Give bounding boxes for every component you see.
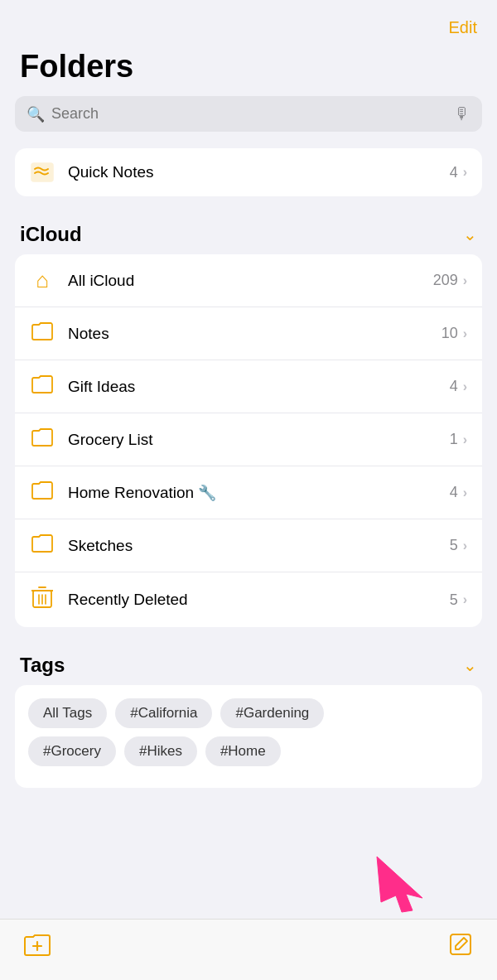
tag-home[interactable]: #Home [205,736,281,766]
folder-chevron: › [463,432,467,447]
page-title: Folders [0,46,497,96]
folder-chevron: › [463,326,467,341]
quick-notes-count: 4 [450,164,458,181]
folder-row[interactable]: Grocery List 1 › [15,413,482,466]
tag-grocery[interactable]: #Grocery [28,736,116,766]
search-bar[interactable]: 🔍 🎙 [15,96,482,132]
folder-row[interactable]: ⌂ All iCloud 209 › [15,254,482,307]
arrow-overlay [364,844,447,930]
folder-chevron: › [463,273,467,288]
search-icon: 🔍 [27,107,45,122]
icloud-section-header: iCloud ⌄ [0,216,497,254]
tag-hikes[interactable]: #Hikes [124,736,197,766]
folder-icon: ⌂ [30,268,55,293]
svg-rect-7 [451,934,470,954]
folder-row[interactable]: Gift Ideas 4 › [15,360,482,413]
search-input[interactable] [51,105,447,123]
tags-card: All Tags #California #Gardening #Grocery… [15,685,482,788]
quick-notes-row[interactable]: Quick Notes 4 › [15,148,482,196]
folder-icon [30,374,55,399]
folder-label: Home Renovation 🔧 [68,484,450,502]
tags-section: Tags ⌄ All Tags #California #Gardening #… [15,647,482,788]
tags-section-header: Tags ⌄ [15,647,482,685]
quick-notes-chevron: › [463,165,467,180]
bottom-toolbar [0,919,497,980]
folder-label: Sketches [68,537,450,555]
folder-row[interactable]: Home Renovation 🔧 4 › [15,466,482,519]
folder-count: 4 [450,484,458,501]
tags-row-2: #Grocery #Hikes #Home [28,736,469,766]
tag-gardening[interactable]: #Gardening [220,698,324,728]
icloud-chevron-down-icon[interactable]: ⌄ [463,224,477,244]
folder-label: Grocery List [68,431,450,449]
edit-button[interactable]: Edit [449,15,477,41]
quick-notes-label: Quick Notes [68,163,450,181]
folder-label: Gift Ideas [68,378,450,396]
folder-label: Notes [68,325,442,343]
new-folder-button[interactable] [23,932,51,963]
folder-count: 5 [450,537,458,554]
tag-all[interactable]: All Tags [28,698,107,728]
folder-icon [30,321,55,346]
folder-count: 4 [450,378,458,395]
folder-label: All iCloud [68,272,433,290]
tag-california[interactable]: #California [115,698,212,728]
icloud-folders-card: ⌂ All iCloud 209 › Notes 10 › Gift Ideas… [15,254,482,627]
folder-count: 10 [442,325,458,342]
top-bar: Edit [0,0,497,46]
tags-chevron-down-icon[interactable]: ⌄ [463,655,477,675]
microphone-icon[interactable]: 🎙 [454,104,470,123]
folder-chevron: › [463,379,467,394]
quick-note-icon [30,162,55,183]
quick-notes-card: Quick Notes 4 › [15,148,482,196]
tags-section-title: Tags [20,654,65,677]
folder-row[interactable]: Notes 10 › [15,307,482,360]
icloud-section-title: iCloud [20,223,82,246]
folder-count: 1 [450,431,458,448]
folder-row[interactable]: Sketches 5 › [15,519,482,572]
folder-chevron: › [463,485,467,500]
tags-row-1: All Tags #California #Gardening [28,698,469,728]
recently-deleted-count: 5 [450,591,458,609]
folder-icon [30,427,55,452]
recently-deleted-row[interactable]: Recently Deleted 5 › [15,572,482,627]
folder-icon [30,480,55,505]
compose-button[interactable] [447,931,474,963]
folder-icon [30,533,55,558]
recently-deleted-label: Recently Deleted [68,591,450,609]
recently-deleted-chevron: › [463,592,467,607]
folder-chevron: › [463,538,467,553]
folder-count: 209 [433,272,458,289]
trash-icon [30,586,55,614]
